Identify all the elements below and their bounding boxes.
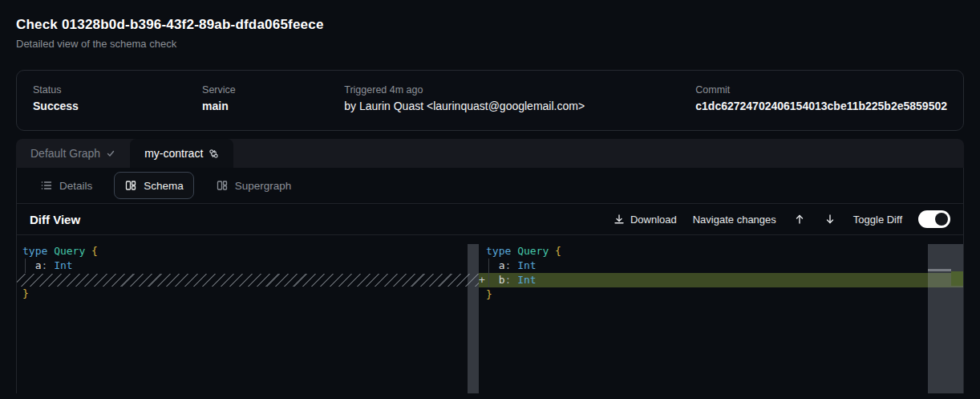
schema-check-page: Check 01328b0d-b396-43f2-89ab-dfda065fee…: [0, 0, 980, 399]
download-label: Download: [630, 214, 677, 226]
page-header: Check 01328b0d-b396-43f2-89ab-dfda065fee…: [0, 0, 980, 50]
triggered-value: by Laurin Quast <laurinquast@googlemail.…: [344, 100, 695, 112]
tab-supergraph[interactable]: Supergraph: [205, 172, 302, 199]
page-title: Check 01328b0d-b396-43f2-89ab-dfda065fee…: [16, 17, 964, 33]
tab-details[interactable]: Details: [30, 172, 103, 199]
added-line-overview-marker: [951, 271, 963, 286]
list-icon: [40, 179, 53, 192]
added-code-line: b: Int+: [479, 273, 963, 287]
commit-value: c1dc62724702406154013cbe11b225b2e5859502: [695, 100, 947, 112]
tab-my-contract[interactable]: my-contract: [130, 139, 233, 168]
check-detail-panel: Details Schema: [16, 168, 964, 393]
code-line: a: Int: [479, 259, 963, 273]
check-icon: [106, 149, 115, 158]
view-tab-label: Supergraph: [235, 180, 292, 192]
graph-tab-label: Default Graph: [30, 147, 100, 160]
code-lines-before: type Query { a: Int}: [17, 244, 479, 301]
commit-label: Commit: [695, 84, 947, 96]
service-label: Service: [202, 84, 344, 96]
download-icon: [614, 214, 625, 225]
download-button[interactable]: Download: [614, 214, 677, 226]
page-subtitle: Detailed view of the schema check: [16, 38, 964, 50]
columns-layout-icon: [124, 179, 137, 192]
columns-layout-icon: [216, 179, 229, 192]
scrollbar-slider-edge: [928, 269, 951, 271]
diff-view-title: Diff View: [30, 213, 80, 226]
triggered-column: Triggered 4m ago by Laurin Quast <laurin…: [344, 84, 695, 112]
view-tab-label: Details: [59, 180, 92, 192]
graph-tab-label: my-contract: [144, 147, 203, 160]
view-tab-label: Schema: [144, 180, 184, 192]
previous-change-button[interactable]: [792, 214, 807, 225]
code-lines-after: type Query { a: Int b: Int+}: [479, 244, 963, 302]
diff-pane-after[interactable]: type Query { a: Int b: Int+}: [479, 236, 963, 393]
graph-tab-bar: Default Graph my-contract: [16, 139, 964, 168]
toggle-diff-switch[interactable]: [918, 210, 950, 228]
arrow-up-icon: [794, 214, 805, 225]
right-pane-scrollbar[interactable]: [928, 244, 963, 393]
diff-view-header: Diff View Download Navigate changes: [17, 203, 963, 235]
diff-toolbar: Download Navigate changes: [614, 210, 950, 228]
schema-diff-editor: type Query { a: Int} type Query { a: Int…: [17, 236, 963, 393]
status-label: Status: [33, 84, 202, 96]
tab-default-graph[interactable]: Default Graph: [16, 139, 130, 168]
code-line: }: [17, 287, 479, 301]
removed-placeholder-line: [17, 274, 479, 287]
arrow-down-icon: [824, 214, 836, 225]
code-line: type Query {: [17, 244, 479, 259]
added-line-plus-marker: +: [479, 273, 485, 287]
triggered-label: Triggered 4m ago: [344, 84, 695, 96]
service-value: main: [202, 100, 344, 112]
switch-knob: [935, 213, 948, 226]
status-value: Success: [33, 100, 202, 112]
view-tab-row: Details Schema: [17, 168, 963, 203]
diff-pane-before[interactable]: type Query { a: Int}: [17, 236, 479, 393]
tab-schema[interactable]: Schema: [114, 172, 194, 199]
next-change-button[interactable]: [823, 214, 837, 225]
code-line: a: Int: [17, 259, 479, 273]
navigate-changes-label: Navigate changes: [693, 214, 776, 226]
service-column: Service main: [202, 84, 344, 112]
status-column: Status Success: [33, 84, 202, 112]
commit-column: Commit c1dc62724702406154013cbe11b225b2e…: [695, 84, 947, 112]
left-pane-scrollbar[interactable]: [468, 244, 479, 393]
check-summary-card: Status Success Service main Triggered 4m…: [16, 70, 964, 131]
toggle-diff-label: Toggle Diff: [853, 214, 902, 226]
code-line: }: [479, 287, 963, 302]
git-compare-icon: [209, 149, 219, 159]
code-line: type Query {: [479, 244, 963, 259]
